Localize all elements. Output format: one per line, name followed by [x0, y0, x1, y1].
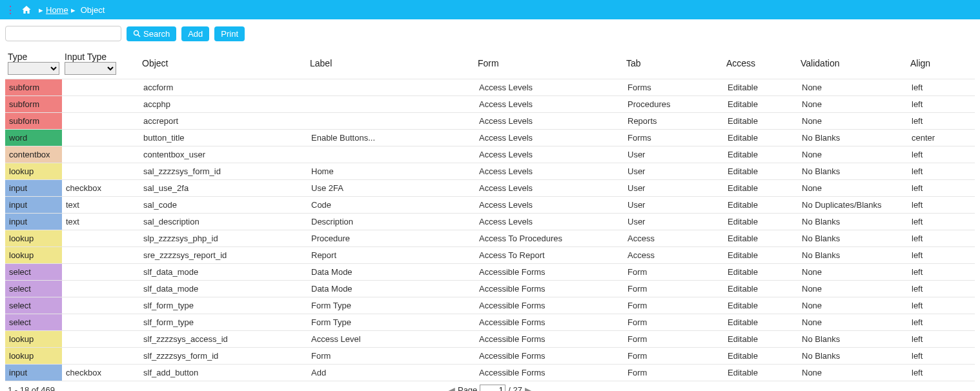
cell-validation: None [798, 96, 908, 113]
cell-label: Form Type [307, 297, 475, 314]
cell-access: Editable [724, 130, 798, 146]
cell-object: sal_code [139, 197, 307, 214]
cell-align: left [908, 163, 975, 180]
search-input[interactable] [5, 26, 121, 41]
cell-label: Data Mode [307, 281, 475, 297]
cell-type: select [5, 281, 62, 297]
cell-tab: Form [624, 314, 724, 331]
table-row[interactable]: inputtextsal_descriptionDescriptionAcces… [5, 214, 975, 230]
cell-access: Editable [724, 365, 798, 381]
col-access[interactable]: Access [724, 48, 798, 79]
cell-type: select [5, 264, 62, 281]
table-row[interactable]: contentboxcontentbox_userAccess LevelsUs… [5, 146, 975, 163]
cell-tab: User [624, 214, 724, 230]
pagination-footer: 1 - 18 of 469 ◀ Page / 27 ▶ [0, 381, 980, 391]
cell-validation: None [798, 146, 908, 163]
col-type-label: Type [8, 52, 59, 62]
cell-align: left [908, 365, 975, 381]
cell-tab: Access [624, 230, 724, 247]
table-row[interactable]: lookupsal_zzzzsys_form_idHomeAccess Leve… [5, 163, 975, 180]
cell-align: left [908, 113, 975, 130]
cell-access: Editable [724, 297, 798, 314]
chevron-right-icon: ▸ [71, 5, 76, 15]
cell-validation: No Blanks [798, 214, 908, 230]
col-label[interactable]: Label [307, 48, 475, 79]
cell-form: Access Levels [475, 79, 624, 96]
table-row[interactable]: inputcheckboxslf_add_buttonAddAccessible… [5, 365, 975, 381]
cell-form: Accessible Forms [475, 297, 624, 314]
search-icon [133, 30, 141, 37]
print-button[interactable]: Print [214, 26, 245, 41]
table-row[interactable]: inputcheckboxsal_use_2faUse 2FAAccess Le… [5, 180, 975, 197]
breadcrumb-home-link[interactable]: Home [46, 5, 68, 15]
table-row[interactable]: subformaccformAccess LevelsFormsEditable… [5, 79, 975, 96]
cell-form: Access To Report [475, 247, 624, 264]
cell-align: left [908, 331, 975, 348]
cell-type: input [5, 180, 62, 197]
table-row[interactable]: selectslf_form_typeForm TypeAccessible F… [5, 314, 975, 331]
cell-align: left [908, 197, 975, 214]
cell-access: Editable [724, 146, 798, 163]
next-page-icon[interactable]: ▶ [525, 385, 532, 392]
cell-align: left [908, 214, 975, 230]
home-icon[interactable] [21, 5, 32, 15]
cell-object: sre_zzzzsys_report_id [139, 247, 307, 264]
cell-align: left [908, 146, 975, 163]
cell-input-type [62, 247, 139, 264]
col-object[interactable]: Object [139, 48, 307, 79]
cell-tab: Form [624, 331, 724, 348]
cell-form: Access To Procedures [475, 230, 624, 247]
table-row[interactable]: lookupsre_zzzzsys_report_idReportAccess … [5, 247, 975, 264]
cell-tab: Form [624, 365, 724, 381]
table-row[interactable]: subformaccphpAccess LevelsProceduresEdit… [5, 96, 975, 113]
table-row[interactable]: wordbutton_titleEnable Buttons...Access … [5, 130, 975, 146]
cell-label [307, 79, 475, 96]
table-row[interactable]: selectslf_form_typeForm TypeAccessible F… [5, 297, 975, 314]
filter-type-select[interactable] [8, 62, 59, 75]
svg-line-1 [138, 35, 141, 37]
col-tab[interactable]: Tab [624, 48, 724, 79]
toolbar: Search Add Print [0, 19, 980, 48]
cell-validation: None [798, 281, 908, 297]
table-row[interactable]: lookupslp_zzzzsys_php_idProcedureAccess … [5, 230, 975, 247]
search-button[interactable]: Search [127, 26, 176, 41]
table-row[interactable]: subformaccreportAccess LevelsReportsEdit… [5, 113, 975, 130]
col-type[interactable]: Type [5, 48, 62, 79]
cell-object: accphp [139, 96, 307, 113]
table-row[interactable]: selectslf_data_modeData ModeAccessible F… [5, 281, 975, 297]
col-input-type-label: Input Type [65, 52, 137, 62]
cell-tab: Form [624, 281, 724, 297]
cell-tab: Forms [624, 79, 724, 96]
cell-input-type [62, 230, 139, 247]
col-align[interactable]: Align [908, 48, 975, 79]
table-row[interactable]: lookupslf_zzzzsys_form_idFormAccessible … [5, 348, 975, 365]
cell-form: Access Levels [475, 163, 624, 180]
table-row[interactable]: inputtextsal_codeCodeAccess LevelsUserEd… [5, 197, 975, 214]
cell-label: Report [307, 247, 475, 264]
menu-dots-icon[interactable]: ⋮ [5, 4, 15, 16]
cell-label: Access Level [307, 331, 475, 348]
page-input[interactable] [480, 385, 505, 392]
cell-object: slf_add_button [139, 365, 307, 381]
cell-type: contentbox [5, 146, 62, 163]
table-row[interactable]: selectslf_data_modeData ModeAccessible F… [5, 264, 975, 281]
col-validation[interactable]: Validation [798, 48, 908, 79]
col-input-type[interactable]: Input Type [62, 48, 139, 79]
cell-access: Editable [724, 79, 798, 96]
cell-tab: Form [624, 348, 724, 365]
cell-type: subform [5, 96, 62, 113]
col-form[interactable]: Form [475, 48, 624, 79]
cell-access: Editable [724, 331, 798, 348]
cell-label [307, 113, 475, 130]
cell-object: accform [139, 79, 307, 96]
cell-object: slp_zzzzsys_php_id [139, 230, 307, 247]
table-row[interactable]: lookupslf_zzzzsys_access_idAccess LevelA… [5, 331, 975, 348]
cell-object: button_title [139, 130, 307, 146]
cell-align: left [908, 96, 975, 113]
prev-page-icon[interactable]: ◀ [448, 385, 455, 392]
cell-input-type [62, 96, 139, 113]
filter-input-type-select[interactable] [65, 62, 116, 75]
cell-align: center [908, 130, 975, 146]
page-label: Page [458, 385, 477, 391]
add-button[interactable]: Add [181, 26, 209, 41]
